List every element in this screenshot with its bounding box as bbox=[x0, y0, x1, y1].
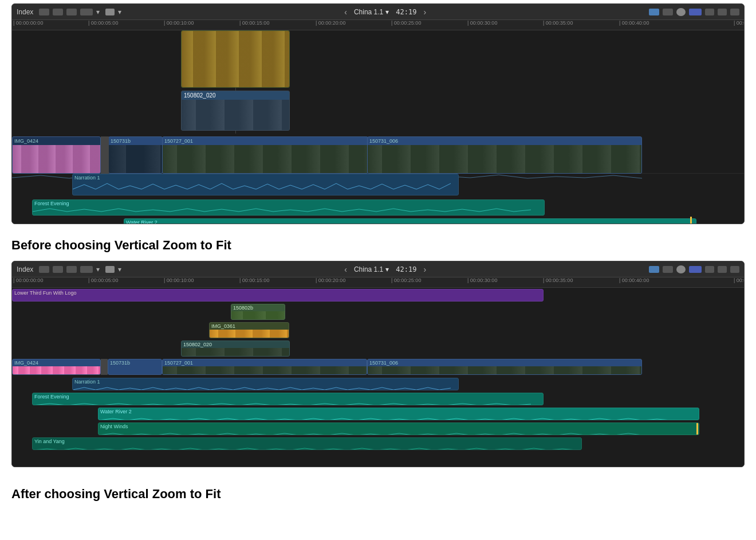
monitor-icon[interactable] bbox=[705, 9, 714, 15]
lower-third-label: Lower Third Fun With Logo bbox=[13, 289, 543, 296]
ruler-tick-8: | 00:00:40:00 bbox=[619, 20, 649, 26]
night-winds-label: Night Winds bbox=[99, 423, 699, 430]
share-icon[interactable] bbox=[730, 9, 739, 15]
toolbar-dropdown-arrow[interactable]: ▾ bbox=[96, 8, 100, 16]
bproject-title: China 1.1 ▾ bbox=[354, 265, 389, 273]
ruler-tick-4: | 00:00:20:00 bbox=[316, 20, 345, 26]
water-track-top[interactable]: Water River 2 bbox=[124, 218, 696, 224]
bzoom-icon[interactable] bbox=[649, 266, 659, 273]
ruler-tick-1: | 00:00:05:00 bbox=[88, 20, 118, 26]
bimg0424-clip[interactable]: IMG_0424 bbox=[12, 359, 101, 375]
yellow-marker-top bbox=[690, 217, 692, 224]
bruler-tick-8: | 00:00:40:00 bbox=[619, 277, 649, 283]
toolbar-cursor-arrow[interactable]: ▾ bbox=[118, 8, 121, 16]
clip-150802b-bottom[interactable]: 150802b bbox=[231, 304, 285, 320]
main-video-track-top: IMG_0424 150731b 150727_001 150731 bbox=[12, 136, 744, 174]
img0361-clip[interactable]: IMG_0361 bbox=[209, 322, 289, 338]
forest-track-bottom[interactable]: Forest Evening bbox=[32, 393, 544, 405]
bnav-right-btn[interactable]: › bbox=[423, 265, 426, 274]
toolbar-cursor-icon[interactable] bbox=[105, 9, 115, 15]
btoolbar-icon-2[interactable] bbox=[53, 266, 63, 273]
top-index-label[interactable]: Index bbox=[17, 8, 33, 16]
img0361-label: IMG_0361 bbox=[210, 323, 289, 330]
clip-150727-label: 150727_001 bbox=[163, 137, 368, 145]
img0424-label: IMG_0424 bbox=[13, 137, 100, 145]
btitle-chevron[interactable]: ▾ bbox=[385, 265, 389, 273]
clip-150731b[interactable]: 150731b bbox=[108, 136, 163, 174]
btoolbar-dropdown-arrow[interactable]: ▾ bbox=[96, 265, 100, 273]
narration-track-bottom[interactable]: Narration 1 bbox=[72, 378, 459, 390]
yin-yang-label: Yin and Yang bbox=[33, 438, 581, 445]
bclip-150731b[interactable]: 150731b bbox=[108, 359, 162, 375]
bruler-tick-4: | 00:00:20:00 bbox=[316, 277, 345, 283]
bheadphone-icon[interactable] bbox=[676, 265, 686, 273]
timecode-display: 42:19 bbox=[396, 8, 416, 16]
nav-left-btn[interactable]: ‹ bbox=[344, 7, 347, 17]
clip-150731-006[interactable]: 150731_006 bbox=[367, 136, 642, 174]
clip-150727[interactable]: 150727_001 bbox=[162, 136, 368, 174]
export-icon[interactable] bbox=[718, 9, 727, 15]
title-chevron[interactable]: ▾ bbox=[385, 8, 389, 16]
clip-150802-020-bottom[interactable]: 150802_020 bbox=[181, 341, 290, 357]
audio-icon[interactable] bbox=[663, 9, 673, 15]
clip-150802-popup[interactable]: 150802_020 bbox=[181, 91, 290, 131]
before-caption: Before choosing Vertical Zoom to Fit bbox=[11, 229, 745, 256]
bottom-timeline-panel: Index ▾ ▾ ‹ China 1.1 ▾ 42:19 › bbox=[11, 261, 745, 467]
btoolbar-icon-3[interactable] bbox=[66, 266, 77, 273]
btoolbar-cursor-arrow[interactable]: ▾ bbox=[118, 265, 121, 273]
forest-label-top: Forest Evening bbox=[33, 200, 544, 207]
bruler-tick-2: | 00:00:10:00 bbox=[164, 277, 194, 283]
clip-150802-020-label: 150802_020 bbox=[182, 341, 289, 348]
toolbar-icon-4[interactable] bbox=[80, 9, 93, 15]
narration-track-top[interactable]: Narration 1 bbox=[72, 174, 459, 195]
lower-third-clip[interactable]: Lower Third Fun With Logo bbox=[12, 289, 544, 302]
bclip-150731-006[interactable]: 150731_006 bbox=[367, 359, 642, 375]
water-track-bottom[interactable]: Water River 2 bbox=[98, 408, 699, 420]
forest-track-top[interactable]: Forest Evening bbox=[32, 199, 545, 216]
toolbar-icon-3[interactable] bbox=[66, 9, 77, 15]
bruler-tick-3: | 00:00:15:00 bbox=[239, 277, 269, 283]
btimecode-display: 42:19 bbox=[396, 265, 416, 273]
night-winds-track[interactable]: Night Winds bbox=[98, 422, 699, 435]
headphone-icon[interactable] bbox=[676, 8, 686, 16]
bclip-150727-label: 150727_001 bbox=[163, 359, 367, 366]
img0424-clip[interactable]: IMG_0424 bbox=[12, 136, 101, 174]
toolbar-icon-2[interactable] bbox=[53, 9, 63, 15]
btoolbar-right bbox=[649, 265, 739, 273]
top-toolbar: Index ▾ ▾ ‹ China 1.1 ▾ 42:19 › bbox=[12, 4, 744, 20]
btoolbar-cursor-icon[interactable] bbox=[105, 266, 115, 273]
bottom-ruler: | 00:00:00:00 | 00:00:05:00 | 00:00:10:0… bbox=[12, 277, 744, 288]
fruit-clip-popup[interactable] bbox=[181, 30, 290, 88]
bexport-icon[interactable] bbox=[718, 266, 727, 273]
ruler-tick-7: | 00:00:35:00 bbox=[543, 20, 573, 26]
bmonitor-icon[interactable] bbox=[705, 266, 714, 273]
bruler-tick-1: | 00:00:05:00 bbox=[88, 277, 118, 283]
bimg0424-label: IMG_0424 bbox=[13, 359, 100, 366]
bclip-icon[interactable] bbox=[689, 266, 702, 273]
bshare-icon[interactable] bbox=[730, 266, 739, 273]
top-tracks-area: 150802_020 IMG_0424 150731b bbox=[12, 30, 744, 224]
nav-right-btn[interactable]: › bbox=[423, 7, 426, 17]
clip-150802b-label: 150802b bbox=[231, 304, 285, 311]
water-label-bottom: Water River 2 bbox=[99, 408, 699, 415]
zoom-icon[interactable] bbox=[649, 9, 659, 15]
after-caption-area: After choosing Vertical Zoom to Fit bbox=[0, 473, 756, 505]
bclip-150731-006-label: 150731_006 bbox=[368, 359, 641, 366]
bclip-150727[interactable]: 150727_001 bbox=[162, 359, 367, 375]
narration-label-top: Narration 1 bbox=[73, 174, 458, 181]
bruler-tick-0: | 00:00:00:00 bbox=[13, 277, 43, 283]
bclip-150731b-label: 150731b bbox=[108, 359, 162, 366]
btoolbar-icon-4[interactable] bbox=[80, 266, 93, 273]
toolbar-center: ‹ China 1.1 ▾ 42:19 › bbox=[125, 7, 645, 17]
top-ruler: | 00:00:00:00 | 00:00:05:00 | 00:00:10:0… bbox=[12, 20, 744, 30]
bnav-left-btn[interactable]: ‹ bbox=[344, 265, 347, 274]
btoolbar-icon-1[interactable] bbox=[39, 266, 49, 273]
clip-icon[interactable] bbox=[689, 9, 702, 15]
baudio-icon[interactable] bbox=[663, 266, 673, 273]
bottom-index-label[interactable]: Index bbox=[17, 265, 33, 273]
bottom-tracks-area: Lower Third Fun With Logo 150802b IMG_03… bbox=[12, 288, 744, 467]
toolbar-icon-1[interactable] bbox=[39, 9, 49, 15]
forest-label-bottom: Forest Evening bbox=[33, 393, 543, 400]
clip-150731b-label: 150731b bbox=[109, 137, 162, 145]
yin-yang-track[interactable]: Yin and Yang bbox=[32, 437, 582, 450]
